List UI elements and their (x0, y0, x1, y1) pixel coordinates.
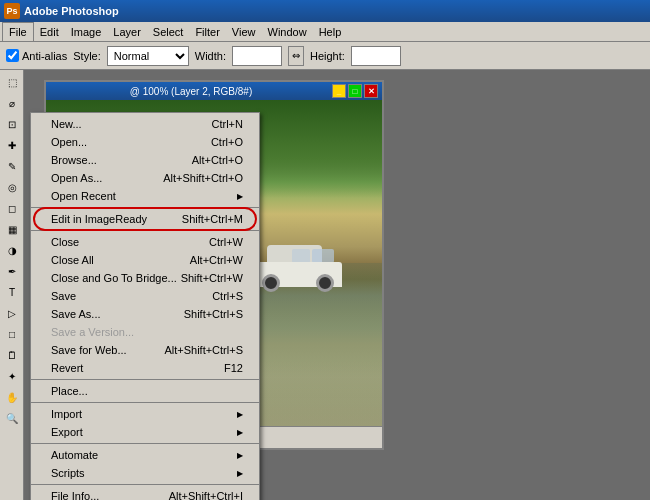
tool-brush[interactable]: ✎ (2, 156, 22, 176)
menu-import[interactable]: Import (31, 405, 259, 423)
document-controls: _ □ ✕ (332, 84, 378, 98)
menu-save-version: Save a Version... (31, 323, 259, 341)
car-wheel-front (316, 274, 334, 292)
menu-close-bridge[interactable]: Close and Go To Bridge... Shift+Ctrl+W (31, 269, 259, 287)
menu-close-all[interactable]: Close All Alt+Ctrl+W (31, 251, 259, 269)
style-label: Style: (73, 50, 101, 62)
menu-item-help[interactable]: Help (313, 22, 348, 42)
tool-eraser[interactable]: ◻ (2, 198, 22, 218)
menu-section-imageready: Edit in ImageReady Shift+Ctrl+M (31, 208, 259, 231)
menu-item-select[interactable]: Select (147, 22, 190, 42)
width-input[interactable] (232, 46, 282, 66)
menu-open[interactable]: Open... Ctrl+O (31, 133, 259, 151)
menu-item-filter[interactable]: Filter (189, 22, 225, 42)
menu-item-image[interactable]: Image (65, 22, 108, 42)
menu-revert[interactable]: Revert F12 (31, 359, 259, 377)
tool-gradient[interactable]: ▦ (2, 219, 22, 239)
menu-save-as[interactable]: Save As... Shift+Ctrl+S (31, 305, 259, 323)
menu-item-view[interactable]: View (226, 22, 262, 42)
menu-open-recent[interactable]: Open Recent (31, 187, 259, 205)
menu-item-file[interactable]: File (2, 22, 34, 42)
tool-heal[interactable]: ✚ (2, 135, 22, 155)
menu-section-save: Close Ctrl+W Close All Alt+Ctrl+W Close … (31, 231, 259, 380)
car-window-rear (292, 249, 310, 263)
menu-item-window[interactable]: Window (262, 22, 313, 42)
antialias-label: Anti-alias (22, 50, 67, 62)
menu-section-open: New... Ctrl+N Open... Ctrl+O Browse... A… (31, 113, 259, 208)
menu-new[interactable]: New... Ctrl+N (31, 115, 259, 133)
tool-hand[interactable]: ✋ (2, 387, 22, 407)
toolbar: ⬚ ⌀ ⊡ ✚ ✎ ◎ ◻ ▦ ◑ ✒ T ▷ □ 🗒 ✦ ✋ 🔍 (0, 70, 24, 500)
main-workspace: ⬚ ⌀ ⊡ ✚ ✎ ◎ ◻ ▦ ◑ ✒ T ▷ □ 🗒 ✦ ✋ 🔍 @ 100%… (0, 70, 650, 500)
file-dropdown-menu: New... Ctrl+N Open... Ctrl+O Browse... A… (30, 112, 260, 500)
tool-crop[interactable]: ⊡ (2, 114, 22, 134)
height-input[interactable] (351, 46, 401, 66)
menu-place[interactable]: Place... (31, 382, 259, 400)
style-select[interactable]: Normal Fixed Ratio Fixed Size (107, 46, 189, 66)
tool-zoom[interactable]: 🔍 (2, 408, 22, 428)
document-title-bar: @ 100% (Layer 2, RGB/8#) _ □ ✕ (46, 82, 382, 100)
menu-export[interactable]: Export (31, 423, 259, 441)
document-title: @ 100% (Layer 2, RGB/8#) (50, 86, 332, 97)
menu-scripts[interactable]: Scripts (31, 464, 259, 482)
tool-dodge[interactable]: ◑ (2, 240, 22, 260)
minimize-button[interactable]: _ (332, 84, 346, 98)
tool-clone[interactable]: ◎ (2, 177, 22, 197)
canvas-area: @ 100% (Layer 2, RGB/8#) _ □ ✕ (24, 70, 650, 500)
options-bar: Anti-alias Style: Normal Fixed Ratio Fix… (0, 42, 650, 70)
antialias-checkbox-group: Anti-alias (6, 49, 67, 62)
tool-text[interactable]: T (2, 282, 22, 302)
title-bar: Ps Adobe Photoshop (0, 0, 650, 22)
menu-save[interactable]: Save Ctrl+S (31, 287, 259, 305)
swap-dimensions-button[interactable]: ⇔ (288, 46, 304, 66)
tool-shape[interactable]: □ (2, 324, 22, 344)
menu-automate[interactable]: Automate (31, 446, 259, 464)
menu-item-layer[interactable]: Layer (107, 22, 147, 42)
height-label: Height: (310, 50, 345, 62)
car-window-front (312, 249, 334, 263)
width-label: Width: (195, 50, 226, 62)
tool-notes[interactable]: 🗒 (2, 345, 22, 365)
menu-bar: File Edit Image Layer Select Filter View… (0, 22, 650, 42)
tool-lasso[interactable]: ⌀ (2, 93, 22, 113)
menu-file-info[interactable]: File Info... Alt+Shift+Ctrl+I (31, 487, 259, 500)
menu-section-place: Place... (31, 380, 259, 403)
tool-path[interactable]: ▷ (2, 303, 22, 323)
maximize-button[interactable]: □ (348, 84, 362, 98)
menu-section-info: File Info... Alt+Shift+Ctrl+I (31, 485, 259, 500)
menu-edit-imageready[interactable]: Edit in ImageReady Shift+Ctrl+M (31, 210, 259, 228)
antialias-checkbox[interactable] (6, 49, 19, 62)
app-icon: Ps (4, 3, 20, 19)
close-button[interactable]: ✕ (364, 84, 378, 98)
car-wheel-rear (262, 274, 280, 292)
app-title: Adobe Photoshop (24, 5, 119, 17)
menu-save-for-web[interactable]: Save for Web... Alt+Shift+Ctrl+S (31, 341, 259, 359)
menu-browse[interactable]: Browse... Alt+Ctrl+O (31, 151, 259, 169)
menu-section-transfer: Import Export (31, 403, 259, 444)
menu-section-automate: Automate Scripts (31, 444, 259, 485)
menu-open-as[interactable]: Open As... Alt+Shift+Ctrl+O (31, 169, 259, 187)
tool-pen[interactable]: ✒ (2, 261, 22, 281)
car (252, 247, 342, 287)
tool-marquee[interactable]: ⬚ (2, 72, 22, 92)
menu-item-edit[interactable]: Edit (34, 22, 65, 42)
tool-eyedropper[interactable]: ✦ (2, 366, 22, 386)
menu-close[interactable]: Close Ctrl+W (31, 233, 259, 251)
